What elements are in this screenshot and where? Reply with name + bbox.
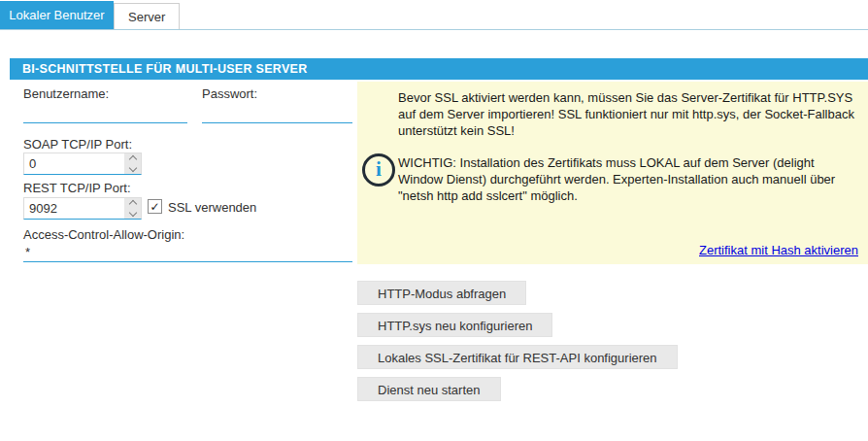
cors-input[interactable] [23,242,352,262]
username-input[interactable] [23,103,187,123]
settings-page: Lokaler Benutzer Server BI-SCHNITTSTELLE… [0,0,868,441]
rest-port-field [23,197,142,220]
ssl-info-panel: Bevor SSL aktiviert werden kann, müssen … [357,82,868,264]
soap-port-label: SOAP TCP/IP Port: [23,137,132,152]
section-header: BI-SCHNITTSTELLE FÜR MULTI-USER SERVER [10,58,868,80]
spinner-down-icon[interactable] [128,209,136,217]
rest-port-label: REST TCP/IP Port: [23,181,131,195]
action-button-column: HTTP-Modus abfragen HTTP.sys neu konfigu… [357,281,678,401]
tab-server-label: Server [128,10,165,24]
rest-port-spinner[interactable] [124,198,141,219]
tab-lokaler-benutzer[interactable]: Lokaler Benutzer [0,1,114,29]
tab-lokaler-benutzer-label: Lokaler Benutzer [9,8,104,22]
spinner-up-icon[interactable] [128,200,136,208]
restart-service-button[interactable]: Dienst neu starten [357,377,501,401]
username-label: Benutzername: [23,86,109,101]
info-icon: i [362,153,395,187]
cors-label: Access-Control-Allow-Origin: [23,227,184,242]
ssl-info-paragraph-1: Bevor SSL aktiviert werden kann, müssen … [398,89,858,139]
ssl-checkbox[interactable]: ✓ [148,199,162,214]
ssl-info-paragraph-2: WICHTIG: Installation des Zertifikats mu… [398,154,858,204]
configure-local-ssl-cert-button[interactable]: Lokales SSL-Zertifikat für REST-API konf… [357,345,678,369]
password-input[interactable] [202,103,352,123]
section-header-title: BI-SCHNITTSTELLE FÜR MULTI-USER SERVER [22,62,308,76]
query-http-mode-button[interactable]: HTTP-Modus abfragen [357,281,526,305]
checkmark-icon: ✓ [150,201,159,213]
spinner-up-icon[interactable] [128,155,136,163]
ssl-checkbox-label[interactable]: SSL verwenden [168,200,256,215]
activate-cert-hash-link[interactable]: Zertifikat mit Hash aktivieren [699,242,858,258]
rest-port-input[interactable] [24,198,124,219]
password-label: Passwort: [202,86,257,101]
tab-server[interactable]: Server [114,3,180,29]
soap-port-spinner[interactable] [124,153,141,174]
reconfigure-httpsys-button[interactable]: HTTP.sys neu konfigurieren [357,313,552,337]
soap-port-field [23,153,142,175]
soap-port-input[interactable] [24,153,124,174]
spinner-down-icon[interactable] [128,164,136,172]
tab-strip-divider [0,29,868,30]
